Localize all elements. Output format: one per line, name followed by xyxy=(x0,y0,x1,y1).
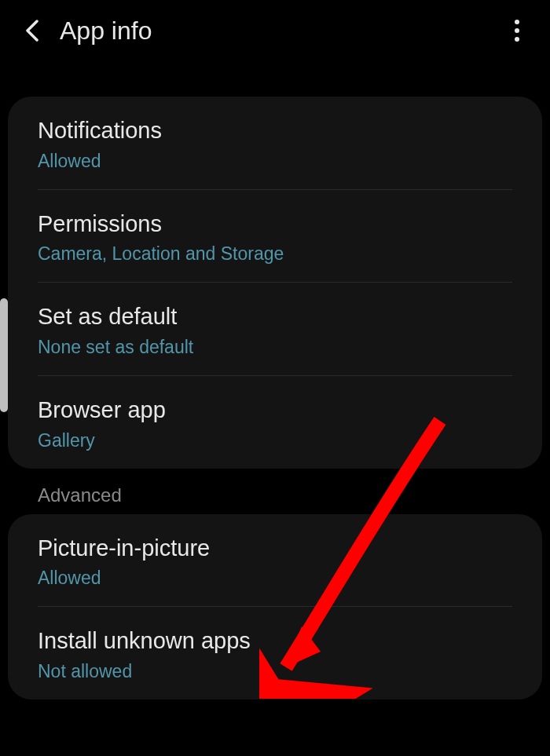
row-sub: Allowed xyxy=(38,568,512,589)
back-button[interactable] xyxy=(17,15,49,46)
row-sub: Camera, Location and Storage xyxy=(38,243,512,265)
row-label: Browser app xyxy=(38,396,512,425)
row-sub: Gallery xyxy=(38,430,512,451)
row-label: Install unknown apps xyxy=(38,626,512,656)
permissions-row[interactable]: Permissions Camera, Location and Storage xyxy=(8,190,542,283)
svg-point-0 xyxy=(515,20,519,24)
advanced-section-header: Advanced xyxy=(0,469,550,514)
install-unknown-apps-row[interactable]: Install unknown apps Not allowed xyxy=(8,607,542,699)
back-icon xyxy=(23,20,43,42)
notifications-row[interactable]: Notifications Allowed xyxy=(8,97,542,189)
advanced-card: Picture-in-picture Allowed Install unkno… xyxy=(8,514,542,699)
more-vertical-icon xyxy=(514,19,520,42)
picture-in-picture-row[interactable]: Picture-in-picture Allowed xyxy=(8,514,542,607)
row-label: Permissions xyxy=(38,210,512,239)
row-label: Picture-in-picture xyxy=(38,534,512,564)
svg-point-2 xyxy=(515,37,519,42)
settings-card: Notifications Allowed Permissions Camera… xyxy=(8,97,542,469)
svg-point-1 xyxy=(515,28,519,33)
set-as-default-row[interactable]: Set as default None set as default xyxy=(8,283,542,375)
browser-app-row[interactable]: Browser app Gallery xyxy=(8,376,542,469)
row-sub: Allowed xyxy=(38,151,512,172)
app-bar: App info xyxy=(0,0,550,61)
scrollbar[interactable] xyxy=(0,298,8,412)
page-title: App info xyxy=(60,16,501,46)
more-options-button[interactable] xyxy=(501,15,533,46)
row-sub: None set as default xyxy=(38,337,512,358)
row-label: Notifications xyxy=(38,116,512,146)
row-sub: Not allowed xyxy=(38,661,512,682)
row-label: Set as default xyxy=(38,302,512,332)
